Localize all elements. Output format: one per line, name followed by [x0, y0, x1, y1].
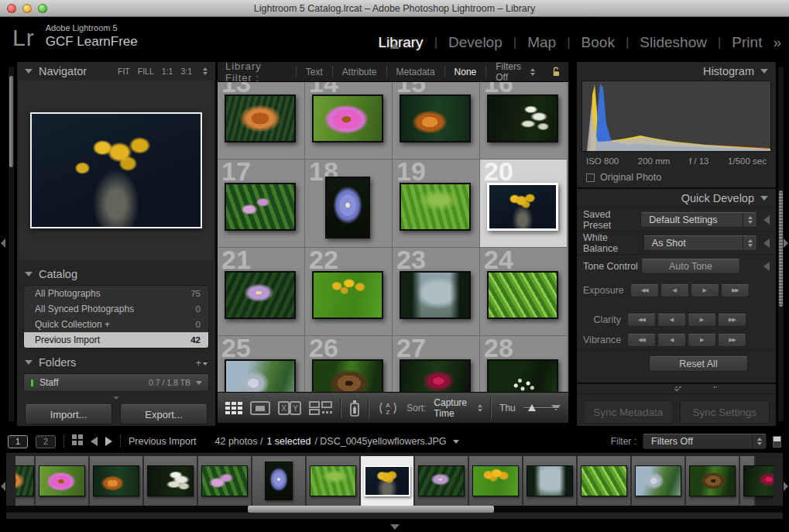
filmstrip-thumbnail[interactable]: [310, 465, 356, 496]
auto-tone-button[interactable]: Auto Tone: [641, 259, 740, 274]
filter-option-text[interactable]: Text: [306, 67, 323, 77]
filmstrip-thumbnail[interactable]: [472, 465, 519, 496]
grid-cell-28[interactable]: 28: [480, 336, 568, 392]
filmstrip-thumbnail[interactable]: [15, 465, 34, 496]
navigator-header[interactable]: Navigator FIT FILL 1:1 3:1: [17, 62, 215, 81]
navigator-zoom-fill[interactable]: FILL: [138, 67, 154, 76]
grid-cell-27[interactable]: 27: [393, 336, 480, 392]
collapse-top-panel-arrow-icon[interactable]: [390, 43, 400, 49]
module-overflow-chevron-icon[interactable]: »: [773, 34, 781, 51]
sort-value-dropdown[interactable]: Capture Time: [434, 397, 467, 419]
exposure-decrease-large-button[interactable]: [630, 284, 659, 297]
collapse-folders-icon[interactable]: [25, 360, 33, 365]
filmstrip-cell-26[interactable]: [686, 456, 740, 507]
filmstrip-thumbnail[interactable]: [39, 465, 85, 496]
show-right-panel-arrow-icon[interactable]: [784, 239, 788, 248]
vibrance-decrease-button[interactable]: [657, 334, 686, 347]
exposure-increase-large-button[interactable]: [721, 284, 750, 297]
filmstrip-thumbnail[interactable]: [635, 465, 681, 496]
filmstrip-cell-16[interactable]: [144, 456, 198, 507]
filmstrip-thumbnail[interactable]: [147, 465, 194, 496]
filter-option-attribute[interactable]: Attribute: [342, 67, 377, 77]
photo-thumbnail[interactable]: [225, 359, 296, 392]
volume-row-staff[interactable]: Staff 0.7 / 1.8 TB: [24, 374, 208, 391]
expand-volume-icon[interactable]: [196, 381, 202, 385]
photo-thumbnail[interactable]: [225, 94, 296, 142]
import-button[interactable]: Import...: [25, 404, 112, 424]
filmstrip-cell-19[interactable]: [307, 456, 361, 507]
histogram-header[interactable]: Histogram: [577, 62, 776, 81]
photo-thumbnail[interactable]: [400, 359, 471, 392]
navigator-preview[interactable]: [19, 81, 214, 260]
add-folder-button[interactable]: +: [195, 357, 208, 369]
filmstrip-cell-15[interactable]: [90, 456, 144, 507]
navigator-zoom-stepper-icon[interactable]: [203, 67, 208, 75]
photo-thumbnail[interactable]: [312, 271, 383, 319]
filmstrip-cell-14[interactable]: [36, 456, 90, 507]
clarity-increase-button[interactable]: [688, 314, 716, 327]
filter-preset-dropdown[interactable]: Filters Off: [496, 61, 535, 83]
photo-thumbnail[interactable]: [325, 177, 370, 239]
folders-header[interactable]: Folders +: [17, 353, 215, 372]
filmstrip-filter-dropdown[interactable]: Filters Off: [643, 434, 767, 449]
expand-saved-preset-icon[interactable]: [763, 215, 770, 225]
navigator-zoom-3-1[interactable]: 3:1: [180, 67, 192, 76]
left-panel-scrollbar[interactable]: [9, 67, 14, 421]
collapse-histogram-icon[interactable]: [760, 69, 768, 74]
filmstrip-thumbnail[interactable]: [581, 465, 627, 496]
filmstrip-cell-27[interactable]: [740, 456, 756, 507]
filmstrip-cell-13[interactable]: [15, 456, 36, 507]
filmstrip-cell-25[interactable]: [632, 456, 686, 507]
catalog-item-quick-collection[interactable]: Quick Collection + 0: [24, 317, 208, 332]
thumbnail-size-slider[interactable]: [523, 404, 544, 412]
loupe-view-button[interactable]: [250, 401, 270, 415]
expand-white-balance-icon[interactable]: [763, 239, 770, 248]
white-balance-dropdown[interactable]: As Shot: [643, 235, 757, 251]
catalog-item-previous-import[interactable]: Previous Import 42: [24, 332, 208, 348]
sync-settings-button[interactable]: Sync Settings: [680, 400, 770, 424]
photo-thumbnail[interactable]: [487, 359, 558, 392]
module-print[interactable]: Print: [732, 34, 762, 51]
go-to-grid-icon[interactable]: [72, 434, 83, 448]
collapse-navigator-icon[interactable]: [25, 69, 33, 74]
minimize-window-button[interactable]: [22, 4, 32, 13]
filmstrip-cell-20-selected[interactable]: [361, 456, 415, 507]
grid-cell-15[interactable]: 15: [393, 82, 480, 160]
filmstrip-scrollbar[interactable]: [6, 506, 783, 513]
zoom-window-button[interactable]: [38, 4, 47, 13]
filmstrip-thumbnail[interactable]: [689, 465, 736, 496]
exposure-decrease-button[interactable]: [660, 284, 689, 297]
previous-photo-arrow-icon[interactable]: [91, 437, 98, 446]
filmstrip-thumbnail[interactable]: [265, 462, 293, 500]
module-slideshow[interactable]: Slideshow: [640, 34, 707, 51]
grid-view-button[interactable]: [225, 402, 242, 414]
filmstrip-cell-24[interactable]: [578, 456, 632, 507]
grid-cell-25[interactable]: 25: [218, 336, 305, 392]
photo-thumbnail[interactable]: [487, 271, 558, 319]
catalog-header[interactable]: Catalog: [17, 265, 215, 283]
filmstrip-source[interactable]: Previous Import: [129, 436, 197, 447]
histogram-chart[interactable]: [581, 81, 771, 152]
show-left-panel-arrow-icon[interactable]: [1, 239, 5, 248]
filmstrip-scroll-right-arrow-icon[interactable]: [784, 482, 788, 491]
grid-cell-24[interactable]: 24: [480, 248, 568, 336]
survey-view-button[interactable]: [309, 401, 332, 415]
grid-cell-22[interactable]: 22: [305, 248, 393, 336]
close-window-button[interactable]: [7, 4, 16, 13]
collapse-quick-develop-icon[interactable]: [760, 196, 768, 201]
grid-cell-26[interactable]: 26: [305, 336, 393, 392]
grid-cell-20-selected[interactable]: 20: [480, 160, 568, 248]
right-panel-scrollbar[interactable]: [778, 67, 784, 421]
module-library[interactable]: Library: [379, 34, 424, 51]
filmstrip-scroll-left-arrow-icon[interactable]: [1, 482, 5, 491]
photo-thumbnail[interactable]: [487, 183, 558, 231]
filter-option-none[interactable]: None: [455, 67, 477, 77]
filmstrip-cell-17[interactable]: [198, 456, 252, 507]
filter-option-metadata[interactable]: Metadata: [396, 67, 435, 77]
module-book[interactable]: Book: [581, 34, 615, 51]
grid-cell-17[interactable]: 17: [218, 160, 305, 248]
photo-thumbnail[interactable]: [400, 183, 471, 231]
primary-monitor-button[interactable]: 1: [8, 435, 28, 448]
vibrance-increase-large-button[interactable]: [718, 334, 746, 347]
photo-thumbnail[interactable]: [225, 271, 296, 319]
